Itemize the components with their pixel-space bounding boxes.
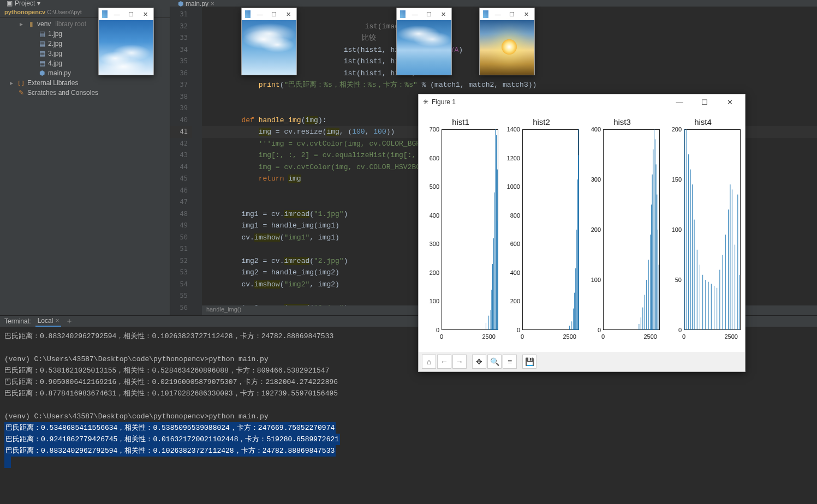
close-button[interactable]: ✕ (283, 11, 293, 18)
caret-right-icon: ▸ (20, 20, 25, 28)
figure-app-icon: ✳ (423, 98, 428, 106)
histogram-subplot: hist405010015020002500 (663, 113, 743, 346)
window-titlebar[interactable]: — ☐ ✕ (242, 8, 296, 20)
back-button[interactable]: ← (437, 355, 451, 369)
close-icon[interactable]: × (55, 317, 59, 325)
window-app-icon (483, 10, 488, 18)
home-button[interactable]: ⌂ (422, 355, 436, 369)
figure-title: Figure 1 (432, 98, 456, 106)
close-button[interactable]: ✕ (719, 98, 741, 106)
editor-fold-column (192, 7, 202, 315)
tree-file-label: main.py (48, 69, 71, 77)
figure-canvas: hist1010020030040050060070002500hist2020… (419, 110, 745, 352)
terminal-title: Terminal: (4, 317, 31, 325)
window-titlebar[interactable]: — ☐ ✕ (480, 8, 534, 20)
tree-scratches-label: Scratches and Consoles (27, 89, 98, 97)
image-preview-window[interactable]: — ☐ ✕ (396, 8, 452, 75)
image-file-icon: ▤ (38, 40, 46, 47)
maximize-button[interactable]: ☐ (269, 11, 279, 18)
histogram-subplot: hist3010020030040002500 (582, 113, 662, 346)
image-preview-window[interactable]: — ☐ ✕ (241, 8, 297, 75)
window-titlebar[interactable]: — ☐ ✕ (397, 8, 451, 20)
image-file-icon: ▤ (38, 59, 46, 67)
tree-scratches[interactable]: ✎ Scratches and Consoles (0, 88, 170, 98)
terminal-tab-local[interactable]: Local × (35, 316, 62, 327)
histogram-subplot: hist2020040060080010001200140002500 (502, 113, 581, 346)
tree-venv-hint: library root (55, 20, 86, 28)
tree-file-label: 2.jpg (48, 40, 62, 47)
close-button[interactable]: ✕ (521, 11, 531, 18)
image-preview-window[interactable]: — ☐ ✕ (479, 8, 535, 75)
editor-gutter: 3132333435363738394041424344454647484950… (170, 7, 192, 315)
close-button[interactable]: ✕ (438, 11, 448, 18)
image-content (480, 20, 534, 75)
image-file-icon: ▤ (38, 30, 46, 38)
caret-right-icon: ▸ (10, 79, 15, 87)
window-titlebar[interactable]: — ☐ ✕ (99, 8, 153, 20)
terminal-add-button[interactable]: ＋ (65, 316, 73, 326)
figure-titlebar[interactable]: ✳ Figure 1 — ☐ ✕ (419, 94, 745, 110)
figure-toolbar: ⌂ ← → ✥ 🔍 ≡ 💾 (419, 352, 745, 371)
window-app-icon (400, 10, 405, 18)
scratches-icon: ✎ (17, 89, 25, 97)
plot-title: hist3 (582, 113, 662, 127)
tree-external-libs[interactable]: ▸ ⫿⫿ External Libraries (0, 78, 170, 88)
minimize-button[interactable]: — (493, 11, 503, 17)
forward-button[interactable]: → (452, 355, 467, 369)
configure-button[interactable]: ≡ (503, 355, 517, 369)
project-root-path: C:\Users\ (47, 9, 72, 15)
image-content (242, 20, 296, 75)
minimize-button[interactable]: — (112, 11, 122, 17)
tree-venv-label: venv (37, 20, 51, 28)
image-content (397, 20, 451, 75)
ide-tabbar: ▣ Project ▾ ⬢ main.py × (0, 0, 817, 7)
matplotlib-figure-window[interactable]: ✳ Figure 1 — ☐ ✕ hist1010020030040050060… (418, 94, 746, 372)
window-app-icon (102, 10, 108, 18)
close-button[interactable]: ✕ (140, 11, 150, 18)
plot-title: hist1 (421, 113, 500, 127)
maximize-button[interactable]: ☐ (424, 11, 434, 18)
python-file-icon: ⬢ (38, 69, 46, 77)
minimize-button[interactable]: — (410, 11, 420, 17)
image-file-icon: ▤ (38, 50, 46, 57)
breadcrumb-text: handle_img() (206, 306, 241, 313)
zoom-button[interactable]: 🔍 (487, 355, 502, 369)
window-app-icon (245, 10, 251, 18)
tree-external-label: External Libraries (27, 79, 78, 87)
histogram-subplot: hist1010020030040050060070002500 (421, 113, 500, 346)
plot-title: hist2 (502, 113, 581, 127)
image-preview-window[interactable]: — ☐ ✕ (98, 8, 154, 75)
terminal-tab-label: Local (38, 317, 53, 325)
plot-title: hist4 (663, 113, 743, 127)
maximize-button[interactable]: ☐ (126, 11, 136, 18)
tree-file-label: 1.jpg (48, 30, 62, 38)
tree-file-label: 4.jpg (48, 59, 62, 67)
maximize-button[interactable]: ☐ (694, 98, 715, 106)
maximize-button[interactable]: ☐ (507, 11, 517, 18)
project-root-name: pythonopencv (4, 9, 45, 15)
image-content (99, 20, 153, 75)
folder-icon: ▮ (27, 20, 35, 28)
tree-file-label: 3.jpg (48, 50, 62, 57)
minimize-button[interactable]: — (255, 11, 265, 17)
save-button[interactable]: 💾 (522, 355, 536, 369)
library-icon: ⫿⫿ (17, 79, 25, 87)
minimize-button[interactable]: — (669, 98, 690, 106)
pan-button[interactable]: ✥ (472, 355, 486, 369)
